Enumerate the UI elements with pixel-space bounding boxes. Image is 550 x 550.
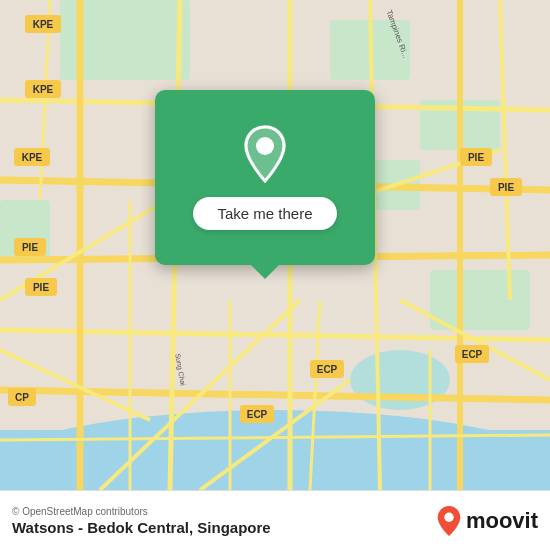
svg-text:PIE: PIE bbox=[33, 282, 49, 293]
location-name: Watsons - Bedok Central, Singapore bbox=[12, 519, 271, 536]
take-me-there-button[interactable]: Take me there bbox=[193, 197, 336, 230]
svg-text:KPE: KPE bbox=[33, 84, 54, 95]
location-icon-wrap bbox=[235, 125, 295, 185]
svg-text:ECP: ECP bbox=[317, 364, 338, 375]
svg-text:CP: CP bbox=[15, 392, 29, 403]
copyright-text: © OpenStreetMap contributors bbox=[12, 506, 271, 517]
svg-point-58 bbox=[444, 512, 453, 521]
moovit-logo[interactable]: moovit bbox=[436, 505, 538, 537]
popup-card[interactable]: Take me there bbox=[155, 90, 375, 265]
svg-text:KPE: KPE bbox=[33, 19, 54, 30]
moovit-pin-icon bbox=[436, 505, 462, 537]
app: KPE KPE KPE PIE PIE PIE PIE ECP bbox=[0, 0, 550, 550]
svg-text:KPE: KPE bbox=[22, 152, 43, 163]
map-container: KPE KPE KPE PIE PIE PIE PIE ECP bbox=[0, 0, 550, 490]
bottom-left: © OpenStreetMap contributors Watsons - B… bbox=[12, 506, 271, 536]
svg-text:PIE: PIE bbox=[498, 182, 514, 193]
svg-text:ECP: ECP bbox=[247, 409, 268, 420]
svg-point-57 bbox=[256, 137, 274, 155]
svg-text:PIE: PIE bbox=[22, 242, 38, 253]
svg-rect-8 bbox=[430, 270, 530, 330]
bottom-bar: © OpenStreetMap contributors Watsons - B… bbox=[0, 490, 550, 550]
svg-text:ECP: ECP bbox=[462, 349, 483, 360]
svg-text:PIE: PIE bbox=[468, 152, 484, 163]
location-pin-icon bbox=[240, 125, 290, 185]
moovit-text: moovit bbox=[466, 508, 538, 534]
